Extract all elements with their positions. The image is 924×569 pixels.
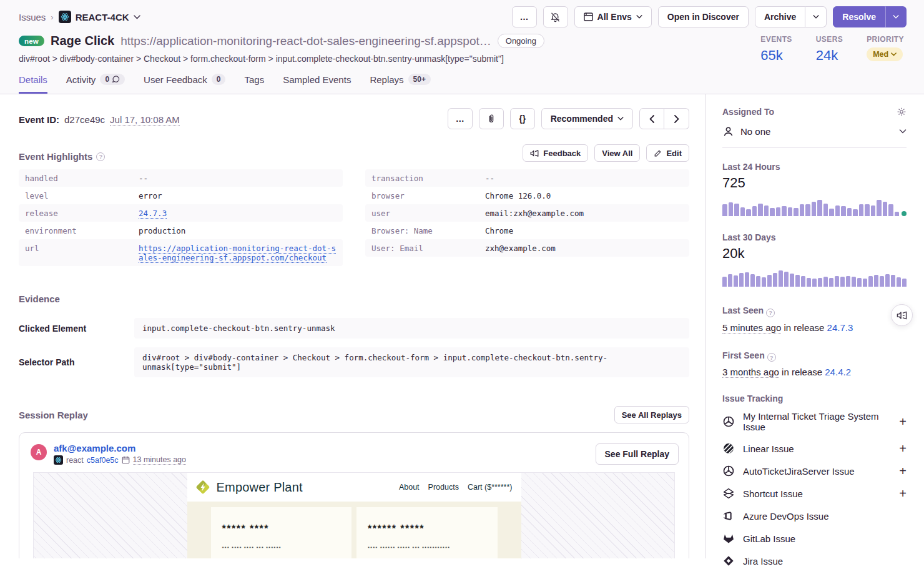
replay-id-link[interactable]: c5af0e5c <box>87 456 119 465</box>
highlight-row: useremail:zxh@example.com <box>365 204 689 222</box>
tab-details[interactable]: Details <box>19 74 47 94</box>
view-all-button[interactable]: View All <box>594 144 640 162</box>
react-project-icon <box>54 455 63 465</box>
add-issue-link-button[interactable]: + <box>899 465 907 477</box>
open-in-discover-button[interactable]: Open in Discover <box>658 6 749 27</box>
last-30d-chart <box>722 268 907 287</box>
issue-tracking-label: Jira Issue <box>743 556 907 567</box>
help-icon[interactable]: ? <box>766 309 775 317</box>
chart-bar <box>841 206 846 216</box>
issue-tracking-list: My Internal Ticket Triage System Issue+L… <box>722 406 907 569</box>
previous-event-button[interactable] <box>639 108 664 129</box>
breadcrumb-issues-link[interactable]: Issues <box>19 12 46 22</box>
event-timestamp[interactable]: Jul 17, 10:08 AM <box>110 114 180 126</box>
azure-devops-icon <box>722 510 735 522</box>
highlight-value: -- <box>139 174 337 183</box>
issue-tracking-label: Shortcut Issue <box>743 488 891 499</box>
chart-bar <box>764 205 769 216</box>
give-feedback-floating-button[interactable] <box>891 304 913 326</box>
help-icon[interactable]: ? <box>96 152 105 161</box>
highlight-key: user <box>371 209 485 218</box>
chart-bar <box>868 276 873 287</box>
evidence-rows: Clicked Elementinput.complete-checkout-b… <box>19 318 689 377</box>
attachments-button[interactable] <box>479 108 504 129</box>
mute-notifications-button[interactable] <box>543 6 568 27</box>
environment-selector[interactable]: All Envs <box>574 6 652 27</box>
resolve-dropdown-button[interactable] <box>885 6 907 27</box>
highlight-value[interactable]: 24.7.3 <box>139 209 337 218</box>
issue-tracking-label: GitLab Issue <box>743 533 907 544</box>
chart-bar <box>752 206 757 216</box>
event-id-label: Event ID: <box>19 114 59 125</box>
chart-bar <box>722 277 727 287</box>
chart-bar <box>767 275 772 287</box>
highlight-value: error <box>139 191 337 200</box>
highlight-key: browser <box>371 191 485 200</box>
highlight-value: Chrome 126.0.0 <box>485 191 683 200</box>
highlight-row: levelerror <box>19 187 343 204</box>
tab-tags[interactable]: Tags <box>244 74 264 94</box>
event-toolbar: … {} Recommended <box>448 108 689 129</box>
see-all-replays-button[interactable]: See All Replays <box>614 406 689 423</box>
issue-tracking-item[interactable]: My Internal Ticket Triage System Issue+ <box>722 406 907 437</box>
users-count-link[interactable]: 24k <box>816 47 843 64</box>
edit-highlights-button[interactable]: Edit <box>646 144 689 162</box>
live-marker-dot <box>902 211 907 216</box>
event-sort-selector[interactable]: Recommended <box>541 108 633 129</box>
highlight-row: browserChrome 126.0.0 <box>365 187 689 204</box>
issue-tracking-item[interactable]: Azure DevOps Issue <box>722 505 907 527</box>
add-issue-link-button[interactable]: + <box>899 487 907 500</box>
gear-icon[interactable] <box>897 107 907 117</box>
events-count-link[interactable]: 65k <box>760 47 792 64</box>
issue-tracking-item[interactable]: Jira Issue <box>722 550 907 569</box>
chart-bar <box>857 278 862 287</box>
replay-site-nav-link: About <box>399 483 420 492</box>
replay-user-link[interactable]: afk@example.com <box>54 443 186 453</box>
replay-preview[interactable]: Empower Plant AboutProductsCart ($******… <box>33 472 675 558</box>
help-icon[interactable]: ? <box>767 353 776 362</box>
add-issue-link-button[interactable]: + <box>899 415 907 428</box>
project-selector[interactable]: REACT-4CK <box>59 11 140 23</box>
more-actions-button[interactable]: … <box>512 6 537 27</box>
feedback-button[interactable]: Feedback <box>523 144 588 162</box>
chart-bar <box>835 276 839 287</box>
chart-bar <box>758 204 763 216</box>
issue-tracking-item[interactable]: Linear Issue+ <box>722 437 907 460</box>
issue-tracking-item[interactable]: GitLab Issue <box>722 527 907 550</box>
highlight-row: handled-- <box>19 169 343 187</box>
add-issue-link-button[interactable]: + <box>899 442 907 455</box>
chart-bar <box>801 276 805 287</box>
resolve-button[interactable]: Resolve <box>833 6 885 27</box>
tab-user-feedback[interactable]: User Feedback0 <box>144 74 225 94</box>
tab-activity[interactable]: Activity0 <box>66 74 125 94</box>
replay-card: A afk@example.com react c5af0e5c 13 minu… <box>19 432 689 558</box>
evidence-value: input.complete-checkout-btn.sentry-unmas… <box>134 318 689 339</box>
issue-tracking-item[interactable]: AutoTicketJiraServer Issue+ <box>722 460 907 482</box>
issue-tracking-item[interactable]: Shortcut Issue+ <box>722 482 907 505</box>
issue-details-main: Event ID: d27ce49c Jul 17, 10:08 AM … {}… <box>0 94 705 558</box>
chart-bar <box>859 204 864 216</box>
person-icon <box>722 126 734 137</box>
chart-bar <box>746 209 751 216</box>
chart-bar <box>800 204 805 216</box>
event-more-button[interactable]: … <box>448 108 473 129</box>
json-button[interactable]: {} <box>510 108 535 129</box>
highlight-key: release <box>25 209 139 218</box>
archive-button[interactable]: Archive <box>755 6 805 27</box>
priority-selector[interactable]: Med <box>867 47 903 61</box>
see-full-replay-button[interactable]: See Full Replay <box>596 443 679 465</box>
last-seen-release-link[interactable]: 24.7.3 <box>827 322 853 333</box>
tab-sampled-events[interactable]: Sampled Events <box>283 74 351 94</box>
highlight-key: level <box>25 191 139 200</box>
archive-dropdown-button[interactable] <box>805 6 827 27</box>
next-event-button[interactable] <box>664 108 689 129</box>
chart-bar <box>829 209 834 216</box>
tab-replays[interactable]: Replays50+ <box>370 74 431 94</box>
highlight-value[interactable]: https://application-monitoring-react-dot… <box>139 244 337 262</box>
chart-bar <box>762 277 766 287</box>
chart-bar <box>835 205 840 216</box>
first-seen-release-link[interactable]: 24.4.2 <box>825 367 851 377</box>
replay-time-ago[interactable]: 13 minutes ago <box>133 455 186 465</box>
assignee-selector[interactable]: No one <box>722 117 907 148</box>
replay-site-nav-link: Cart ($******) <box>468 483 513 492</box>
